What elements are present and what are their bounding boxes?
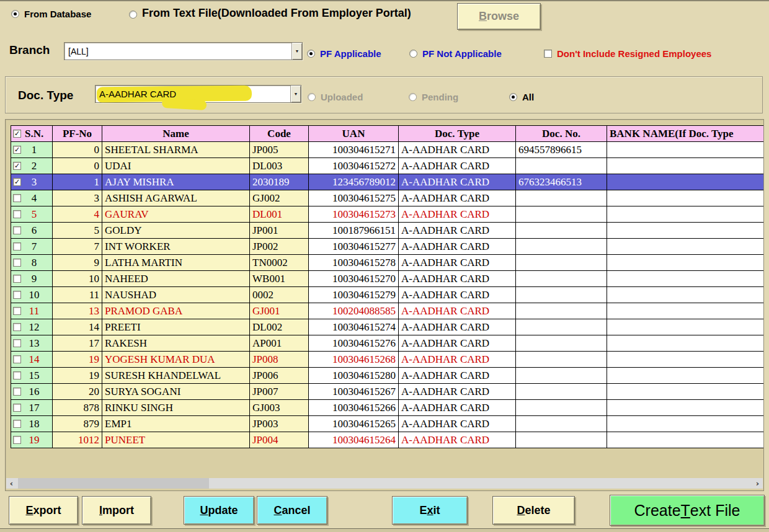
table-row[interactable]: 1620SURYA SOGANIJP007100304615267A-AADHA… xyxy=(11,384,764,400)
col-pfno[interactable]: PF-No xyxy=(53,126,102,142)
from-text-file-radio[interactable] xyxy=(129,11,137,19)
select-all-checkbox[interactable]: ✓ xyxy=(13,130,21,138)
row-checkbox[interactable] xyxy=(13,307,21,315)
row-checkbox[interactable] xyxy=(13,371,21,379)
table-row[interactable]: 1317RAKESHAP001100304615276A-AADHAR CARD xyxy=(11,335,764,352)
row-checkbox[interactable] xyxy=(13,210,21,218)
table-row[interactable]: 18879EMP1JP003100304615265A-AADHAR CARD xyxy=(11,416,764,432)
exit-button[interactable]: Exit xyxy=(392,496,468,525)
branch-combobox[interactable]: [ALL] ▼ xyxy=(64,42,303,60)
row-checkbox[interactable] xyxy=(13,259,21,267)
col-uan[interactable]: UAN xyxy=(309,126,399,142)
sn-value: 1 xyxy=(21,144,52,156)
cell-uan: 100204088585 xyxy=(309,303,399,319)
cell-sn: 9 xyxy=(11,271,53,287)
from-text-file-label: From Text File(Downloaded From Employer … xyxy=(142,7,411,20)
table-row[interactable]: 1214PREETIDL002100304615274A-AADHAR CARD xyxy=(11,319,764,335)
table-row[interactable]: 910NAHEEDWB001100304615270A-AADHAR CARD xyxy=(11,271,764,287)
table-row[interactable]: ✓31AJAY MISHRA2030189123456789012A-AADHA… xyxy=(11,174,764,190)
row-checkbox[interactable] xyxy=(13,355,21,363)
table-row[interactable]: 65GOLDYJP001100187966151A-AADHAR CARD xyxy=(11,223,764,239)
row-checkbox[interactable] xyxy=(13,404,21,412)
table-row[interactable]: ✓10SHEETAL SHARMAJP005100304615271A-AADH… xyxy=(11,142,764,158)
table-row[interactable]: 17878RINKU SINGHGJ003100304615266A-AADHA… xyxy=(11,400,764,416)
col-sn[interactable]: ✓ S.N. xyxy=(11,126,53,142)
dont-include-resigned-option[interactable]: Don't Include Resigned Employees xyxy=(544,48,711,59)
col-name[interactable]: Name xyxy=(102,126,250,142)
row-checkbox[interactable]: ✓ xyxy=(13,146,21,154)
from-database-radio[interactable] xyxy=(11,10,19,18)
row-checkbox[interactable] xyxy=(13,436,21,444)
cell-name: LATHA MARTIN xyxy=(102,255,250,271)
table-row[interactable]: 89LATHA MARTINTN0002100304615278A-AADHAR… xyxy=(11,255,764,271)
horizontal-scrollbar[interactable]: ‹ › xyxy=(6,478,763,489)
cell-doc_type: A-AADHAR CARD xyxy=(399,223,516,239)
cancel-button[interactable]: Cancel xyxy=(257,496,327,525)
pf-applicable-label: PF Applicable xyxy=(320,48,381,59)
cell-doc_type: A-AADHAR CARD xyxy=(399,206,516,223)
row-checkbox[interactable] xyxy=(13,323,21,331)
cell-bank xyxy=(607,287,764,303)
create-text-file-button[interactable]: Create Text File xyxy=(610,495,765,526)
cell-name: SURESH KHANDELWAL xyxy=(102,368,250,384)
dropdown-arrow-icon[interactable]: ▼ xyxy=(290,86,301,102)
cell-name: YOGESH KUMAR DUA xyxy=(102,352,250,368)
cell-bank xyxy=(607,432,764,448)
table-row[interactable]: 43ASHISH AGARWALGJ002100304615275A-AADHA… xyxy=(11,190,764,206)
col-doc-no[interactable]: Doc. No. xyxy=(516,126,607,142)
table-row[interactable]: 54GAURAVDL001100304615273A-AADHAR CARD xyxy=(11,206,764,223)
cell-uan: 100304615266 xyxy=(309,400,399,416)
all-option[interactable]: All xyxy=(509,92,534,102)
row-checkbox[interactable]: ✓ xyxy=(13,178,21,186)
row-checkbox[interactable] xyxy=(13,420,21,428)
dropdown-arrow-icon[interactable]: ▼ xyxy=(291,43,302,60)
all-radio[interactable] xyxy=(509,93,517,101)
scrollbar-thumb[interactable] xyxy=(18,478,209,489)
col-doc-type[interactable]: Doc. Type xyxy=(399,126,516,142)
scroll-right-icon[interactable]: › xyxy=(752,478,763,489)
import-button[interactable]: Import xyxy=(82,496,151,525)
browse-button[interactable]: Browse xyxy=(457,3,541,30)
cell-code: GJ002 xyxy=(250,190,309,206)
source-from-database[interactable]: From Database xyxy=(11,9,91,19)
cell-doc_type: A-AADHAR CARD xyxy=(399,190,516,206)
doc-type-combobox[interactable]: A-AADHAR CARD ▼ xyxy=(95,85,301,103)
row-checkbox[interactable]: ✓ xyxy=(13,162,21,170)
update-button[interactable]: Update xyxy=(184,496,254,525)
pf-applicable-radio[interactable] xyxy=(307,50,315,58)
cell-doc_type: A-AADHAR CARD xyxy=(399,142,516,158)
table-row[interactable]: 1519SURESH KHANDELWALJP006100304615280A-… xyxy=(11,368,764,384)
row-checkbox[interactable] xyxy=(13,226,21,234)
scroll-left-icon[interactable]: ‹ xyxy=(6,478,17,489)
cell-bank xyxy=(607,368,764,384)
row-checkbox[interactable] xyxy=(13,194,21,202)
cell-doc_type: A-AADHAR CARD xyxy=(399,319,516,335)
row-checkbox[interactable] xyxy=(13,291,21,299)
col-code[interactable]: Code xyxy=(250,126,309,142)
dont-include-resigned-checkbox[interactable] xyxy=(544,50,552,58)
row-checkbox[interactable] xyxy=(13,275,21,283)
row-checkbox[interactable] xyxy=(13,339,21,347)
table-row[interactable]: 191012PUNEETJP004100304615264A-AADHAR CA… xyxy=(11,432,764,448)
table-row[interactable]: 1419YOGESH KUMAR DUAJP008100304615268A-A… xyxy=(11,352,764,368)
document-manager-window: From Database From Text File(Downloaded … xyxy=(0,0,769,532)
table-row[interactable]: 1011NAUSHAD0002100304615279A-AADHAR CARD xyxy=(11,287,764,303)
table-row[interactable]: ✓20UDAIDL003100304615272A-AADHAR CARD xyxy=(11,158,764,174)
source-from-text-file[interactable]: From Text File(Downloaded From Employer … xyxy=(129,7,411,20)
delete-button[interactable]: Delete xyxy=(492,496,575,525)
cell-pf: 1 xyxy=(53,174,102,190)
sn-value: 16 xyxy=(21,386,52,398)
row-checkbox[interactable] xyxy=(13,242,21,250)
row-checkbox[interactable] xyxy=(13,388,21,396)
pf-not-applicable-radio[interactable] xyxy=(409,50,417,58)
table-row[interactable]: 1113PRAMOD GABAGJ001100204088585A-AADHAR… xyxy=(11,303,764,319)
cell-bank xyxy=(607,319,764,335)
pf-not-applicable-option[interactable]: PF Not Applicable xyxy=(409,48,502,59)
pf-applicable-option[interactable]: PF Applicable xyxy=(307,48,381,59)
cell-sn: 18 xyxy=(11,416,53,432)
cell-uan: 100304615273 xyxy=(309,206,399,223)
col-bank-name[interactable]: BANK NAME(If Doc. Type xyxy=(607,126,764,142)
export-button[interactable]: Export xyxy=(9,496,78,525)
cell-pf: 7 xyxy=(53,239,102,255)
table-row[interactable]: 77INT WORKERJP002100304615277A-AADHAR CA… xyxy=(11,239,764,255)
